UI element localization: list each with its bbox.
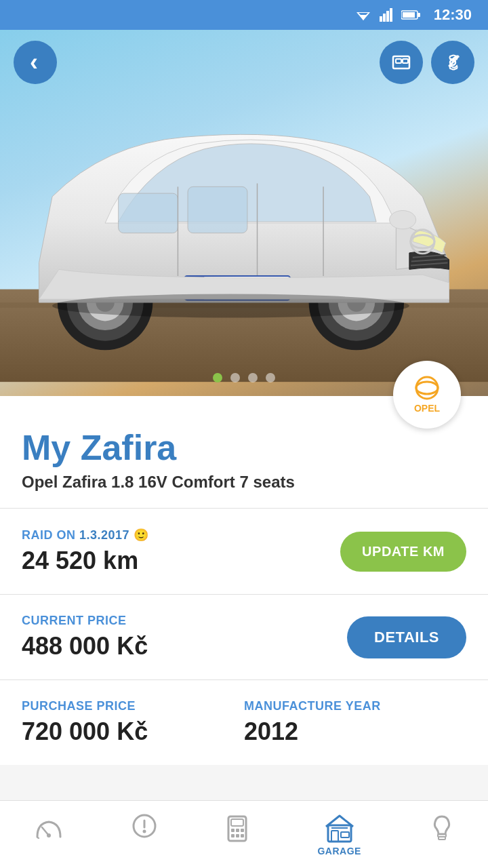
garage-icon (325, 813, 354, 843)
nav-item-tips[interactable] (416, 808, 468, 861)
svg-rect-60 (439, 837, 445, 840)
dot-4[interactable] (266, 373, 275, 382)
svg-rect-3 (380, 16, 382, 22)
status-time: 12:30 (434, 6, 472, 24)
current-price-label: CURRENT PRICE (22, 614, 148, 628)
update-km-button[interactable]: UPDATE KM (340, 532, 466, 572)
current-price-info: CURRENT PRICE 488 000 Kč (22, 614, 148, 660)
mileage-info: RAID ON 1.3.2017 🙂 24 520 km (22, 528, 148, 575)
svg-rect-4 (383, 14, 386, 22)
svg-rect-11 (396, 59, 401, 63)
svg-point-40 (416, 377, 438, 399)
svg-rect-50 (236, 829, 239, 832)
svg-rect-49 (231, 829, 235, 832)
svg-rect-28 (188, 186, 247, 233)
nav-item-calculator[interactable] (211, 808, 263, 861)
mileage-label: RAID ON 1.3.2017 🙂 (22, 528, 148, 542)
purchase-price-col: PURCHASE PRICE 720 000 Kč (22, 699, 244, 746)
carousel-dots (213, 373, 275, 382)
brand-logo: OPEL (393, 361, 461, 429)
manufacture-year-col: MANUFACTURE YEAR 2012 (244, 699, 466, 746)
svg-marker-2 (360, 15, 367, 20)
car-title: My Zafira (22, 429, 466, 467)
manufacture-year-label: MANUFACTURE YEAR (244, 699, 466, 713)
svg-rect-56 (331, 831, 338, 842)
current-price-value: 488 000 Kč (22, 632, 148, 660)
details-button[interactable]: DETAILS (347, 616, 466, 658)
top-right-buttons (380, 41, 474, 84)
signal-icon (380, 8, 393, 22)
svg-rect-8 (418, 13, 420, 17)
mileage-emoji: 🙂 (134, 528, 149, 542)
back-button[interactable] (14, 41, 57, 84)
nav-item-garage[interactable]: GARAGE (304, 808, 374, 862)
svg-rect-48 (231, 819, 243, 826)
bottom-navigation: GARAGE (0, 800, 488, 868)
svg-rect-51 (241, 829, 244, 832)
svg-point-39 (52, 294, 409, 317)
mileage-value: 24 520 km (22, 547, 148, 575)
current-price-row: CURRENT PRICE 488 000 Kč DETAILS (22, 595, 466, 679)
svg-rect-54 (241, 834, 244, 837)
purchase-price-value: 720 000 Kč (22, 717, 244, 746)
svg-rect-27 (119, 193, 178, 233)
calculator-icon (225, 814, 249, 844)
purchase-manufacture-row: PURCHASE PRICE 720 000 Kč MANUFACTURE YE… (22, 680, 466, 765)
nav-item-speedometer[interactable] (20, 811, 77, 859)
wifi-icon (355, 8, 371, 22)
nav-item-alert[interactable] (119, 808, 170, 861)
mileage-date: 1.3.2017 (79, 528, 129, 542)
car-content: My Zafira Opel Zafira 1.8 16V Comfort 7 … (0, 396, 488, 765)
dot-1[interactable] (213, 373, 222, 382)
svg-rect-52 (231, 834, 235, 837)
purchase-price-label: PURCHASE PRICE (22, 699, 244, 713)
battery-icon (401, 9, 420, 20)
svg-rect-53 (236, 834, 239, 837)
svg-point-43 (47, 833, 51, 837)
alert-icon (132, 814, 157, 844)
settings-button[interactable] (431, 41, 474, 84)
car-image: F GG 9096 D (0, 50, 488, 396)
hero-section: F GG 9096 D OPEL (0, 30, 488, 396)
svg-rect-6 (390, 8, 392, 22)
svg-rect-12 (403, 59, 408, 63)
brand-name-label: OPEL (414, 403, 440, 414)
svg-rect-9 (403, 12, 415, 18)
svg-point-38 (390, 210, 416, 229)
svg-point-46 (143, 829, 146, 833)
dot-3[interactable] (248, 373, 258, 382)
svg-rect-57 (341, 832, 349, 837)
svg-rect-5 (386, 11, 389, 22)
mileage-row: RAID ON 1.3.2017 🙂 24 520 km UPDATE KM (22, 509, 466, 594)
car-subtitle: Opel Zafira 1.8 16V Comfort 7 seats (22, 473, 466, 492)
manufacture-year-value: 2012 (244, 717, 466, 746)
status-bar: 12:30 (0, 0, 488, 30)
lightbulb-icon (430, 814, 454, 844)
speedometer-icon (34, 816, 64, 841)
dot-2[interactable] (230, 373, 240, 382)
svg-point-41 (416, 382, 438, 394)
screen-button[interactable] (380, 41, 423, 84)
garage-label: GARAGE (317, 846, 361, 856)
